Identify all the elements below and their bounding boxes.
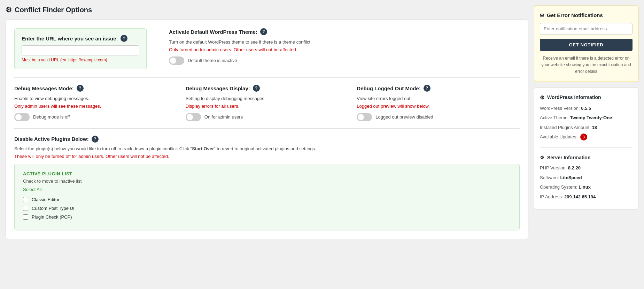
debug-display-desc: Setting to display debugging messages. xyxy=(186,95,349,102)
theme-toggle-row: Default theme is inactive xyxy=(169,56,520,65)
conflict-icon: ⚙ xyxy=(6,6,12,14)
debug-logged-out-warning: Logged out preview will show below. xyxy=(357,104,520,109)
plugin-list-box: ACTIVE PLUGIN LIST Check to move to inac… xyxy=(14,164,520,230)
theme-section: Activate Default WordPress Theme: ? Turn… xyxy=(158,28,520,69)
plugins-title: Disable Active Plugins Below: xyxy=(14,136,89,142)
wordpress-info-title: ⊛ WordPress Information xyxy=(540,94,633,101)
url-section: Enter the URL where you see an issue: ? … xyxy=(14,28,147,69)
debug-messages-toggle-row: Debug mode is off xyxy=(14,113,177,121)
server-os-value: Linux xyxy=(579,184,591,190)
debug-messages-col: Debug Messages Mode: ? Enable to view de… xyxy=(14,85,177,121)
debug-messages-title: Debug Messages Mode: ? xyxy=(14,85,177,92)
wp-version-row: WordPress Version: 6.5.5 xyxy=(540,105,633,112)
plugins-warning: These will only be turned off for admin … xyxy=(14,154,520,159)
wp-plugins-row: Installed Plugins Amount: 18 xyxy=(540,124,633,131)
server-php-value: 8.2.20 xyxy=(568,165,581,170)
wp-plugins-value: 18 xyxy=(592,125,597,130)
plugin-name-custom-post: Custom Post Type UI xyxy=(32,206,75,211)
server-os-row: Operating System: Linux xyxy=(540,184,633,191)
url-section-label: Enter the URL where you see an issue: ? xyxy=(22,35,139,42)
envelope-icon: ✉ xyxy=(540,13,544,18)
server-software-row: Software: LiteSpeed xyxy=(540,174,633,181)
plugins-title-row: Disable Active Plugins Below: ? xyxy=(14,136,520,143)
debug-messages-toggle[interactable] xyxy=(14,113,30,121)
info-divider xyxy=(540,147,633,148)
list-item: Plugin Check (PCP) xyxy=(23,214,511,220)
notification-desc: Receive an email if there is a detected … xyxy=(540,55,633,75)
get-notified-button[interactable]: GET NOTIFIED xyxy=(540,39,633,51)
debug-logged-out-desc: View site errors logged out. xyxy=(357,95,520,102)
debug-display-title: Debug Messages Display: ? xyxy=(186,85,349,92)
debug-logged-out-toggle-row: Logged out preview disabled xyxy=(357,113,520,121)
debug-display-toggle-label: On for admin users xyxy=(204,114,243,120)
plugin-checkbox-classic-editor[interactable] xyxy=(23,197,28,202)
notification-email-input[interactable] xyxy=(540,23,633,35)
select-all-link[interactable]: Select All xyxy=(23,187,41,192)
debug-logged-out-help-icon[interactable]: ? xyxy=(424,85,430,92)
main-panel: Enter the URL where you see an issue: ? … xyxy=(6,20,528,239)
wordpress-logo-icon: ⊛ xyxy=(540,94,544,101)
debug-messages-warning: Only admin users will see these messages… xyxy=(14,104,177,109)
url-input[interactable] xyxy=(22,45,139,55)
plugin-checkbox-custom-post[interactable] xyxy=(23,206,28,211)
debug-display-help-icon[interactable]: ? xyxy=(253,85,260,92)
divider-2 xyxy=(14,128,520,129)
list-item: Custom Post Type UI xyxy=(23,206,511,211)
sidebar: ✉ Get Error Notifications GET NOTIFIED R… xyxy=(534,6,638,239)
debug-display-toggle[interactable] xyxy=(186,113,201,121)
wp-version-value: 6.5.5 xyxy=(581,106,591,111)
theme-desc: Turn on the default WordPress theme to s… xyxy=(169,39,520,46)
debug-row: Debug Messages Mode: ? Enable to view de… xyxy=(14,85,520,121)
wp-theme-row: Active Theme: Twenty Twenty-One xyxy=(540,114,633,121)
debug-messages-desc: Enable to view debugging messages. xyxy=(14,95,177,102)
wp-theme-value: Twenty Twenty-One xyxy=(570,115,612,120)
debug-display-warning: Display errors for all users. xyxy=(186,104,349,109)
divider-1 xyxy=(14,77,520,78)
plugins-help-icon[interactable]: ? xyxy=(92,136,99,143)
plugin-checkbox-plugin-check[interactable] xyxy=(23,214,28,220)
wordpress-info-box: ⊛ WordPress Information WordPress Versio… xyxy=(534,88,638,210)
plugin-name-plugin-check: Plugin Check (PCP) xyxy=(32,214,72,220)
notification-box: ✉ Get Error Notifications GET NOTIFIED R… xyxy=(534,6,638,82)
server-ip-row: IP Address: 209.142.65.194 xyxy=(540,193,633,200)
debug-messages-toggle-label: Debug mode is off xyxy=(33,114,70,120)
top-row: Enter the URL where you see an issue: ? … xyxy=(14,28,520,69)
wp-updates-row: Available Updates: 3 xyxy=(540,134,633,140)
theme-section-title: Activate Default WordPress Theme: ? xyxy=(169,28,520,35)
notification-title: ✉ Get Error Notifications xyxy=(540,12,633,18)
debug-logged-out-title: Debug Logged Out Mode: ? xyxy=(357,85,520,92)
debug-logged-out-toggle[interactable] xyxy=(357,113,372,121)
theme-help-icon[interactable]: ? xyxy=(260,28,267,35)
debug-logged-out-col: Debug Logged Out Mode: ? View site error… xyxy=(357,85,520,121)
url-error-text: Must be a valid URL (ex. https://example… xyxy=(22,58,139,62)
plugin-list-title: ACTIVE PLUGIN LIST xyxy=(23,171,511,176)
list-item: Classic Editor xyxy=(23,197,511,202)
url-help-icon[interactable]: ? xyxy=(121,35,127,42)
debug-logged-out-toggle-label: Logged out preview disabled xyxy=(375,114,433,120)
debug-messages-help-icon[interactable]: ? xyxy=(77,85,84,92)
server-php-row: PHP Version: 8.2.20 xyxy=(540,165,633,172)
start-over-text: Start Over xyxy=(192,146,214,151)
theme-toggle[interactable] xyxy=(169,56,184,65)
debug-display-col: Debug Messages Display: ? Setting to dis… xyxy=(186,85,349,121)
server-info-title: ⚙ Server Information xyxy=(540,155,633,160)
plugins-desc: Select the plugin(s) below you would lik… xyxy=(14,145,520,153)
gear-icon: ⚙ xyxy=(540,155,544,160)
theme-toggle-label: Default theme is inactive xyxy=(188,58,237,63)
server-software-value: LiteSpeed xyxy=(560,175,582,180)
plugin-list-sub: Check to move to inactive list xyxy=(23,178,511,184)
updates-badge: 3 xyxy=(580,134,587,140)
theme-warning: Only turned on for admin users. Other us… xyxy=(169,47,520,52)
server-ip-value: 209.142.65.194 xyxy=(564,194,596,199)
debug-display-toggle-row: On for admin users xyxy=(186,113,349,121)
plugin-name-classic-editor: Classic Editor xyxy=(32,197,59,202)
page-title: ⚙ Conflict Finder Options xyxy=(6,6,528,14)
